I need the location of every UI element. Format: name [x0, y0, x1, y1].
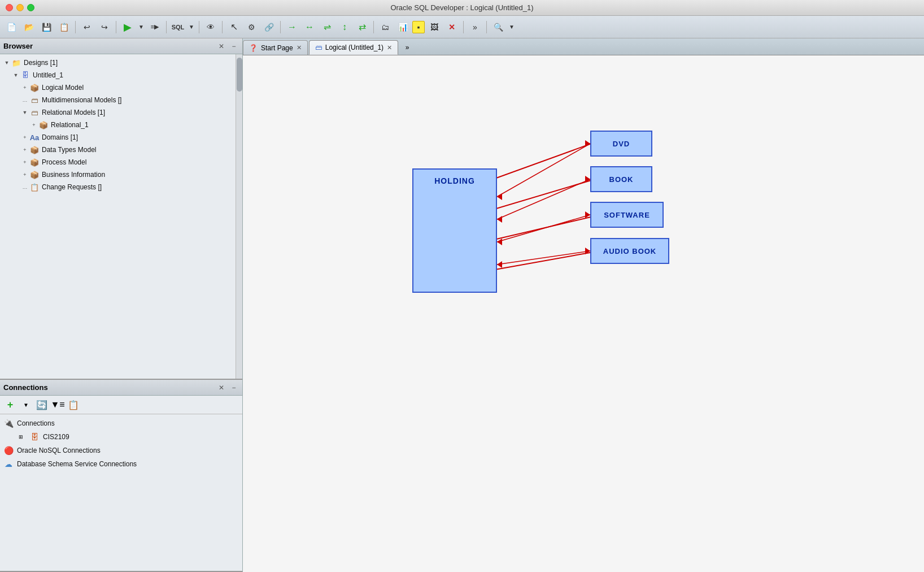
expander-logical[interactable]: +: [20, 83, 29, 92]
connect-button[interactable]: 🔗: [261, 19, 277, 35]
icon-multidim: 🗃: [29, 95, 40, 105]
conn-item-cis2109[interactable]: ⊞ 🗄 CIS2109: [0, 430, 242, 444]
connections-minimize-button[interactable]: −: [229, 383, 239, 393]
close-window-button[interactable]: [6, 4, 13, 11]
schema-button[interactable]: 📋: [67, 398, 80, 411]
close-logical-tab[interactable]: ✕: [387, 44, 392, 51]
tree-item-untitled1[interactable]: ▼ 🗄 Untitled_1: [0, 69, 236, 81]
expander-domains[interactable]: +: [20, 133, 29, 142]
tab-logical[interactable]: 🗃 Logical (Untitled_1) ✕: [309, 40, 398, 55]
tree-item-logical-model[interactable]: + 📦 Logical Model: [0, 81, 236, 94]
filter-button[interactable]: ▼≡: [51, 398, 64, 411]
run-script-button[interactable]: ≡▶: [147, 19, 163, 35]
expander-untitled1[interactable]: ▼: [11, 71, 20, 80]
settings-button[interactable]: ⚙: [243, 19, 259, 35]
diag-tool1[interactable]: →: [284, 19, 300, 35]
tab-more-button[interactable]: »: [402, 40, 413, 55]
tree-item-multidim[interactable]: … 🗃 Multidimensional Models []: [0, 94, 236, 106]
new-connection-button[interactable]: +: [3, 398, 17, 411]
icon-connections-group: 🔌: [3, 418, 14, 428]
label-relational-models: Relational Models [1]: [42, 109, 105, 116]
entity-book[interactable]: BOOK: [590, 166, 652, 192]
entity-audiobook[interactable]: AUDIO BOOK: [590, 238, 669, 264]
diag-tool2[interactable]: ↔: [302, 19, 317, 35]
expander-relational1[interactable]: +: [29, 120, 38, 129]
diag-tool7[interactable]: 📊: [395, 19, 411, 35]
icon-untitled1: 🗄: [20, 70, 30, 80]
save-all-button[interactable]: 📋: [56, 19, 72, 35]
svg-marker-18: [585, 248, 590, 254]
tree-item-designs[interactable]: ▼ 📁 Designs [1]: [0, 57, 236, 69]
zoom-dropdown-button[interactable]: ▼: [508, 19, 516, 35]
next-button[interactable]: »: [467, 19, 483, 35]
connections-header-icons: ✕ −: [216, 383, 239, 393]
expander-designs[interactable]: ▼: [2, 58, 11, 67]
close-start-tab[interactable]: ✕: [297, 44, 302, 51]
entity-dvd[interactable]: DVD: [590, 131, 652, 157]
zoom-in-button[interactable]: 🔍: [490, 19, 506, 35]
undo-button[interactable]: ↩: [79, 19, 95, 35]
expander-change-requests[interactable]: …: [20, 183, 29, 192]
refresh-connections-button[interactable]: 🔄: [35, 398, 49, 411]
icon-logical-model: 📦: [29, 83, 40, 93]
svg-line-14: [497, 215, 590, 242]
tree-item-domains[interactable]: + Aа Domains [1]: [0, 131, 236, 144]
right-panel: ❓ Start Page ✕ 🗃 Logical (Untitled_1) ✕ …: [243, 38, 924, 572]
tree-item-relational1[interactable]: + 📦 Relational_1: [0, 119, 236, 131]
run-dropdown-button[interactable]: ▼: [137, 19, 145, 35]
diagram-canvas[interactable]: HOLDING DVD BOOK SOFTWARE AUDIO BOOK: [243, 55, 924, 572]
entity-software[interactable]: SOFTWARE: [590, 202, 664, 228]
expander-datatypes[interactable]: +: [20, 145, 29, 154]
tab-start-page[interactable]: ❓ Start Page ✕: [243, 40, 308, 55]
expander-business-info[interactable]: +: [20, 170, 29, 179]
icon-relational1: 📦: [38, 120, 49, 130]
new-file-button[interactable]: 📄: [3, 19, 19, 35]
icon-change-requests: 📋: [29, 182, 40, 192]
conn-item-connections[interactable]: 🔌 Connections: [0, 417, 242, 430]
sql-dropdown-button[interactable]: ▼: [188, 19, 195, 35]
main-toolbar: 📄 📂 💾 📋 ↩ ↪ ▶ ▼ ≡▶ SQL ▼ 👁 ↖ ⚙ 🔗 → ↔ ⇌ ↕…: [0, 16, 924, 38]
browser-scrollbar[interactable]: [236, 54, 242, 379]
diag-tool9[interactable]: 🖼: [426, 19, 442, 35]
sql-button[interactable]: SQL: [170, 19, 186, 35]
tree-item-change-requests[interactable]: … 📋 Change Requests []: [0, 181, 236, 193]
diag-tool4[interactable]: ↕: [337, 19, 352, 35]
diag-tool5[interactable]: ⇄: [354, 19, 370, 35]
connections-close-button[interactable]: ✕: [216, 383, 226, 393]
tree-item-process-model[interactable]: + 📦 Process Model: [0, 156, 236, 168]
minimize-window-button[interactable]: [16, 4, 24, 11]
icon-cis2109-expand[interactable]: ⊞: [16, 432, 26, 442]
tree-item-relational-models[interactable]: ▼ 🗃 Relational Models [1]: [0, 106, 236, 119]
separator-8: [463, 21, 464, 33]
diag-tool3[interactable]: ⇌: [319, 19, 335, 35]
expander-relational-models[interactable]: ▼: [20, 108, 29, 117]
connections-header-left: Connections: [3, 383, 48, 392]
label-dbschema: Database Schema Service Connections: [17, 460, 137, 468]
tree-item-business-info[interactable]: + 📦 Business Information: [0, 168, 236, 181]
entity-holding[interactable]: HOLDING: [412, 168, 497, 293]
main-layout: Browser ✕ − ▼ 📁 Designs [1]: [0, 38, 924, 572]
separator-7: [373, 21, 374, 33]
diag-tool8[interactable]: ▪: [412, 21, 425, 33]
cursor-button[interactable]: ↖: [226, 19, 242, 35]
svg-marker-9: [585, 140, 590, 147]
maximize-window-button[interactable]: [27, 4, 34, 11]
browser-close-button[interactable]: ✕: [216, 41, 226, 51]
label-logical-model: Logical Model: [42, 84, 84, 92]
tree-item-datatypes[interactable]: + 📦 Data Types Model: [0, 144, 236, 156]
close-diagram-button[interactable]: ✕: [444, 19, 460, 35]
conn-item-dbschema[interactable]: ☁ Database Schema Service Connections: [0, 457, 242, 471]
browser-minimize-button[interactable]: −: [229, 41, 239, 51]
expander-process[interactable]: +: [20, 158, 29, 167]
browser-scrollbar-thumb[interactable]: [237, 58, 242, 92]
conn-item-nosql[interactable]: 🔴 Oracle NoSQL Connections: [0, 444, 242, 457]
run-button[interactable]: ▶: [120, 19, 136, 35]
browser-header: Browser ✕ −: [0, 38, 242, 54]
diag-tool6[interactable]: 🗂: [377, 19, 393, 35]
new-connection-dropdown[interactable]: ▼: [19, 398, 33, 411]
save-button[interactable]: 💾: [38, 19, 54, 35]
redo-button[interactable]: ↪: [97, 19, 112, 35]
open-file-button[interactable]: 📂: [21, 19, 37, 35]
expander-multidim[interactable]: …: [20, 96, 29, 105]
monitor-button[interactable]: 👁: [203, 19, 219, 35]
